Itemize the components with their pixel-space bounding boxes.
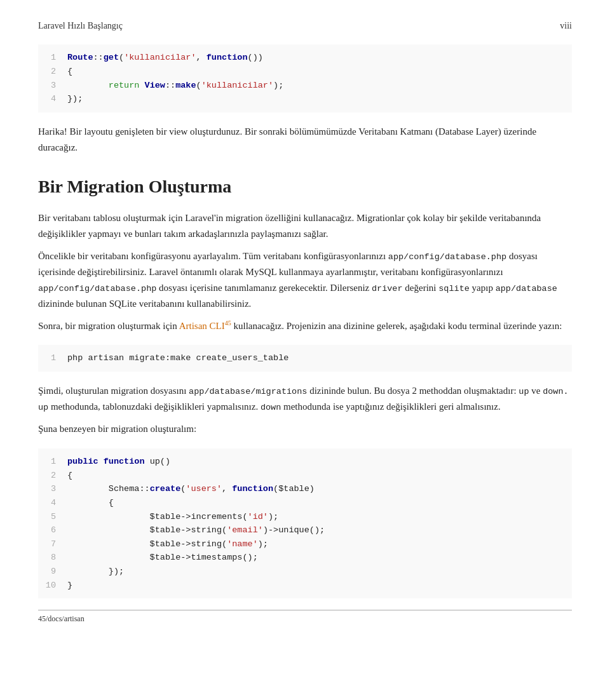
cb3-cc-6: $table->string('email')->unique(); (67, 523, 325, 537)
footnote: 45/docs/artisan (38, 610, 572, 625)
cb3-ln-3: 3 (38, 482, 56, 496)
cb3-ln-2: 2 (38, 469, 56, 483)
cb3-ln-7: 7 (38, 537, 56, 551)
paragraph-5: Şimdi, oluşturulan migration dosyasını a… (38, 383, 572, 415)
paragraph-3-mid2: yapıp (470, 283, 496, 293)
cb3-ln-5: 5 (38, 510, 56, 524)
cb3-cc-2: { (67, 469, 72, 483)
cb3-line-3: 3 Schema::create('users', function($tabl… (38, 482, 572, 496)
cb3-cc-10: } (67, 579, 72, 593)
line-num-1: 1 (38, 51, 56, 65)
code-content-2: { (67, 65, 72, 79)
artisan-cli-link[interactable]: Artisan CLI45 (179, 321, 231, 331)
p5-down2: down (261, 403, 281, 412)
paragraph-3-inline1: app/config/database.php (388, 252, 506, 262)
code-line-3: 3 return View::make('kullanicilar'); (38, 79, 572, 93)
line-num-2-1: 1 (38, 351, 56, 365)
cb3-line-2: 2 { (38, 469, 572, 483)
paragraph-4: Sonra, bir migration oluşturmak için Art… (38, 318, 572, 334)
cb3-cc-7: $table->string('name'); (67, 537, 268, 551)
cb3-ln-4: 4 (38, 496, 56, 510)
book-title: Laravel Hızlı Başlangıç (38, 19, 123, 33)
line-num-3: 3 (38, 79, 56, 93)
cb3-cc-5: $table->increments('id'); (67, 510, 278, 524)
p5-start: Şimdi, oluşturulan migration dosyasını (38, 386, 189, 396)
cb3-ln-9: 9 (38, 565, 56, 579)
code-line-2-1: 1 php artisan migrate:make create_users_… (38, 351, 572, 365)
code-line-4: 4 }); (38, 92, 572, 106)
p5-mid: dizininde bulun. Bu dosya 2 methoddan ol… (307, 386, 518, 396)
p5-end2: methodunda ise yaptığınız değişiklikleri… (281, 401, 500, 412)
code-content-3: return View::make('kullanicilar'); (67, 79, 283, 93)
paragraph-6: Şuna benzeyen bir migration oluşturalım: (38, 421, 572, 437)
code-content-4: }); (67, 92, 83, 106)
code-content-2-1: php artisan migrate:make create_users_ta… (67, 351, 288, 365)
code-block-2: 1 php artisan migrate:make create_users_… (38, 345, 572, 372)
paragraph-3-inline2: app/config/database.php (38, 284, 156, 293)
paragraph-2: Bir veritabanı tablosu oluşturmak için L… (38, 210, 572, 242)
paragraph-3-driver: driver (372, 284, 403, 293)
p5-down: down. (543, 387, 569, 396)
section-title: Bir Migration Oluşturma (38, 173, 572, 201)
cb3-ln-6: 6 (38, 523, 56, 537)
paragraph-4-end: kullanacağız. Projenizin ana dizinine ge… (231, 321, 562, 331)
paragraph-3-sqlite: sqlite (438, 284, 470, 293)
cb3-cc-3: Schema::create('users', function($table) (67, 482, 315, 496)
cb3-cc-9: }); (67, 565, 124, 579)
cb3-cc-4: { (67, 496, 114, 510)
p5-up: up (518, 387, 529, 396)
cb3-ln-1: 1 (38, 455, 56, 469)
p5-and: ve (529, 386, 543, 396)
p5-mid2: methodunda, tablonuzdaki değişiklikleri … (48, 401, 261, 412)
line-num-4: 4 (38, 92, 56, 106)
code-content-1: Route::get('kullanicilar', function()) (67, 51, 263, 65)
code-block-1: 1 Route::get('kullanicilar', function())… (38, 44, 572, 112)
line-num-2: 2 (38, 65, 56, 79)
paragraph-3: Öncelikle bir veritabanı konfigürasyonu … (38, 248, 572, 312)
cb3-ln-10: 10 (38, 579, 56, 593)
cb3-cc-1: public function up() (67, 455, 170, 469)
cb3-line-9: 9 }); (38, 565, 572, 579)
cb3-line-1: 1 public function up() (38, 455, 572, 469)
paragraph-4-start: Sonra, bir migration oluşturmak için (38, 321, 179, 331)
code-block-3: 1 public function up() 2 { 3 Schema::cre… (38, 448, 572, 598)
cb3-ln-8: 8 (38, 551, 56, 565)
cb3-cc-8: $table->timestamps(); (67, 551, 258, 565)
paragraph-3-mid: değerini (403, 283, 439, 293)
cb3-line-8: 8 $table->timestamps(); (38, 551, 572, 565)
cb3-line-10: 10 } (38, 579, 572, 593)
p5-up2: up (38, 403, 48, 412)
paragraph-3-end3: dizininde bulunan SQLite veritabanını ku… (38, 299, 251, 309)
paragraph-3-start: Öncelikle bir veritabanı konfigürasyonu … (38, 251, 388, 261)
cb3-line-6: 6 $table->string('email')->unique(); (38, 523, 572, 537)
p5-inline: app/database/migrations (189, 387, 307, 396)
paragraph-3-end2: dosyası içerisine tanımlamanız gerekecek… (156, 283, 372, 293)
cb3-line-5: 5 $table->increments('id'); (38, 510, 572, 524)
page-number: viii (560, 19, 572, 33)
footnote-text: 45/docs/artisan (38, 614, 85, 623)
code-line-1: 1 Route::get('kullanicilar', function()) (38, 51, 572, 65)
page-header: Laravel Hızlı Başlangıç viii (38, 19, 572, 33)
paragraph-1: Harika! Bir layoutu genişleten bir view … (38, 124, 572, 156)
code-line-2: 2 { (38, 65, 572, 79)
cb3-line-7: 7 $table->string('name'); (38, 537, 572, 551)
cb3-line-4: 4 { (38, 496, 572, 510)
paragraph-3-app-db: app/database (496, 284, 557, 293)
